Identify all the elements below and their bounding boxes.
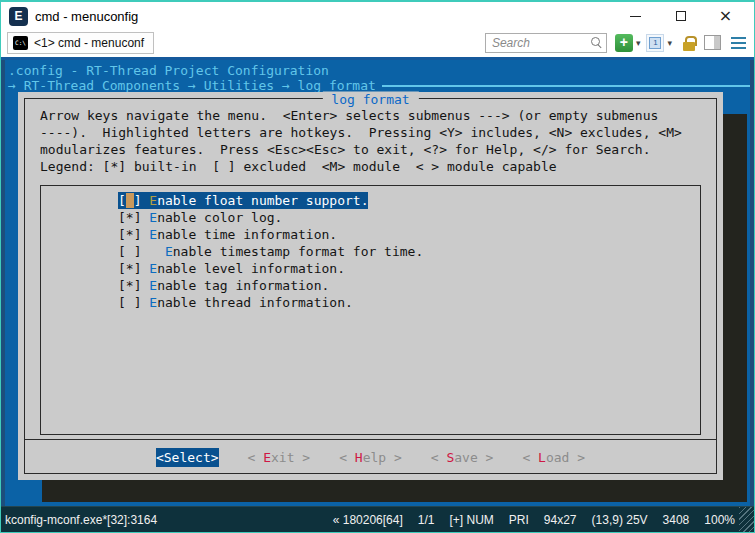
search-input[interactable] — [492, 36, 590, 50]
terminal-frame: .config - RT-Thread Project Configuratio… — [1, 57, 754, 506]
hotkey-letter: E — [149, 193, 157, 208]
menu-box: [ ] Enable float number support.[*] Enab… — [40, 185, 701, 435]
dialog-instructions: Arrow keys navigate the menu. <Enter> se… — [40, 107, 682, 175]
checkbox-state: [ ] — [118, 193, 141, 208]
search-box — [485, 33, 607, 53]
conemu-window: E cmd - menuconfig × C:\ <1> cmd - menuc… — [0, 0, 755, 533]
window-controls: × — [613, 3, 748, 29]
hotkey-letter: E — [149, 261, 157, 276]
load-button[interactable]: < Load > — [522, 448, 585, 467]
help-button[interactable]: < Help > — [339, 448, 402, 467]
status-bar: kconfig-mconf.exe*[32]:3164 « 180206[64]… — [1, 506, 754, 532]
menu-item[interactable]: [ ] Enable thread information. — [118, 294, 353, 311]
hotkey-letter: E — [149, 278, 157, 293]
hotkey-letter: H — [355, 450, 363, 465]
menu-list: [ ] Enable float number support.[*] Enab… — [41, 186, 700, 311]
terminal-screen[interactable]: .config - RT-Thread Project Configuratio… — [5, 60, 750, 506]
menu-item[interactable]: [*] Enable level information. — [118, 260, 345, 277]
new-console-button[interactable]: + — [615, 34, 633, 52]
hotkey-letter: E — [165, 244, 173, 259]
maximize-button[interactable] — [658, 3, 703, 29]
status-segment: 3408 — [663, 513, 690, 527]
cursor-block — [126, 193, 134, 208]
save-button[interactable]: < Save > — [431, 448, 494, 467]
checkbox-state: [*] — [118, 210, 141, 225]
tab-label: <1> cmd - menuconf — [34, 36, 144, 50]
exit-button[interactable]: < Exit > — [248, 448, 311, 467]
tab-cmd-menuconf[interactable]: C:\ <1> cmd - menuconf — [7, 32, 154, 54]
menu-item[interactable]: [ ] Enable timestamp format for time. — [118, 243, 423, 260]
pane-number: 1 — [649, 37, 661, 49]
status-segment: (13,9) 25V — [592, 513, 648, 527]
new-console-dropdown-icon[interactable]: ▾ — [636, 38, 641, 48]
breadcrumb-text: → RT-Thread Components → Utilities → log… — [8, 78, 376, 93]
hotkey-letter: E — [149, 210, 157, 225]
status-process-info: kconfig-mconf.exe*[32]:3164 — [5, 513, 333, 527]
status-segment: [+] NUM — [449, 513, 493, 527]
title-bar: E cmd - menuconfig × — [1, 2, 754, 30]
status-segment: 94x27 — [544, 513, 577, 527]
pane-button[interactable]: 1 — [646, 34, 664, 52]
hotkey-letter: E — [149, 227, 157, 242]
dialog-title: log format — [322, 92, 418, 107]
hotkey-letter: E — [149, 295, 157, 310]
pane-group: 1 ▾ — [646, 34, 672, 52]
status-right: « 180206[64]1/1[+] NUMPRI94x27(13,9) 25V… — [333, 513, 735, 527]
status-segment: 1/1 — [418, 513, 435, 527]
hotkey-letter: E — [263, 450, 271, 465]
config-header-line: .config - RT-Thread Project Configuratio… — [8, 63, 750, 78]
status-segment: « 180206[64] — [333, 513, 403, 527]
checkbox-state: [*] — [118, 278, 141, 293]
dialog-buttons: <Select>< Exit >< Help >< Save >< Load > — [18, 448, 723, 467]
hamburger-menu-icon[interactable] — [731, 37, 746, 49]
pane-dropdown-icon[interactable]: ▾ — [667, 38, 672, 48]
lock-icon[interactable] — [682, 35, 696, 51]
close-button[interactable]: × — [703, 3, 748, 29]
select-button[interactable]: <Select> — [156, 448, 219, 467]
breadcrumb-rule — [382, 85, 750, 87]
checkbox-state: [ ] — [118, 244, 141, 259]
hotkey-letter: L — [538, 450, 546, 465]
status-segment: 100% — [704, 513, 735, 527]
window-title: cmd - menuconfig — [35, 9, 613, 24]
status-segment: PRI — [509, 513, 529, 527]
menu-item[interactable]: [*] Enable color log. — [118, 209, 282, 226]
search-icon[interactable] — [590, 36, 603, 49]
checkbox-state: [*] — [118, 261, 141, 276]
hotkey-letter: S — [446, 450, 454, 465]
dialog-divider — [24, 439, 717, 440]
checkbox-state: [ ] — [118, 295, 141, 310]
menu-item[interactable]: [*] Enable tag information. — [118, 277, 329, 294]
new-console-group: + ▾ — [615, 34, 641, 52]
menu-item[interactable]: [*] Enable time information. — [118, 226, 337, 243]
maximize-icon — [676, 11, 686, 21]
checkbox-state: [*] — [118, 227, 141, 242]
resize-grip-icon[interactable] — [739, 507, 754, 532]
conemu-logo-icon: E — [9, 7, 28, 26]
split-pane-icon[interactable] — [704, 35, 721, 50]
menuconfig-dialog: log format Arrow keys navigate the menu.… — [18, 92, 723, 480]
minimize-icon — [630, 16, 641, 17]
menu-item[interactable]: [ ] Enable float number support. — [118, 192, 368, 209]
close-icon: × — [719, 8, 732, 24]
minimize-button[interactable] — [613, 3, 658, 29]
cmd-icon: C:\ — [13, 36, 28, 50]
tab-bar: C:\ <1> cmd - menuconf + ▾ 1 ▾ — [1, 30, 754, 57]
